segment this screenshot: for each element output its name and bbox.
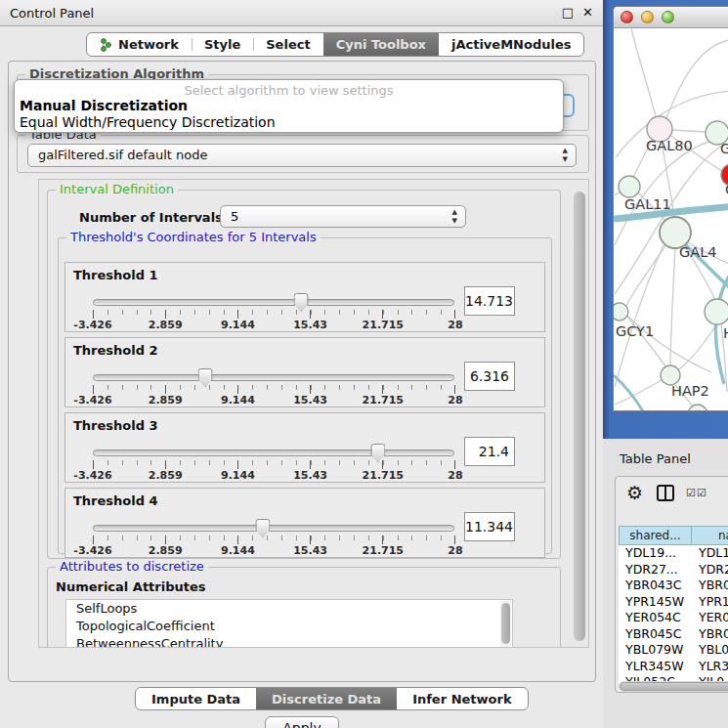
tab-impute-data[interactable]: Impute Data: [136, 688, 256, 709]
table-row[interactable]: YBR045CYBR0: [619, 626, 728, 643]
tick-label: -3.426: [73, 544, 111, 557]
list-item[interactable]: BetweennessCentrality: [66, 635, 512, 648]
table-horizontal-scrollbar[interactable]: [619, 681, 728, 692]
node-hap2[interactable]: [661, 365, 680, 385]
threshold-3-label: Threshold 3: [73, 418, 158, 433]
tick-label: 15.43: [293, 469, 327, 482]
control-panel-titlebar: Control Panel □ ✕: [0, 0, 603, 26]
node-label-gcy1: GCY1: [616, 323, 654, 339]
tick-label: -3.426: [73, 319, 111, 331]
threshold-1-slider[interactable]: [93, 299, 454, 306]
tab-infer-network[interactable]: Infer Network: [397, 688, 527, 709]
network-nodes: [614, 116, 728, 411]
table-data-combobox[interactable]: galFiltered.sif default node ▲▼: [27, 144, 577, 167]
tab-network[interactable]: Network: [87, 33, 192, 56]
tick-label: 2.859: [149, 469, 183, 482]
table-row[interactable]: YER054CYER0: [619, 610, 728, 626]
numerical-attributes-list[interactable]: SelfLoops TopologicalCoefficient Between…: [65, 599, 513, 648]
tab-style[interactable]: Style: [192, 33, 253, 56]
node-gcy1[interactable]: [614, 303, 628, 321]
threshold-2-slider[interactable]: [93, 374, 454, 381]
threshold-3-value-field[interactable]: 21.4: [464, 437, 515, 466]
tab-cyni-toolbox[interactable]: Cyni Toolbox: [323, 33, 439, 56]
tick-label: -3.426: [73, 469, 111, 482]
network-window[interactable]: GAL80 GA GAL11 C GAL4 GCY1 H HAP2: [613, 6, 728, 411]
algorithm-dropdown-popup: Select algorithm to view settings Manual…: [14, 79, 564, 133]
node-label-h: H: [723, 325, 728, 341]
table-row[interactable]: YPR145WYPR1: [619, 594, 728, 611]
cell: YBR0: [691, 578, 728, 594]
numerical-attributes-label: Numerical Attributes: [56, 579, 206, 594]
table-row[interactable]: YLR345WYLR3: [619, 659, 728, 675]
slider-tick-labels: -3.426 2.859 9.144 15.43 21.715 28: [93, 544, 455, 556]
tab-jactivemnodules-label: jActiveMNodules: [451, 37, 572, 52]
node-h[interactable]: [705, 299, 728, 324]
node-bottom[interactable]: [688, 405, 707, 411]
threshold-1-box: Threshold 1 -3.426 2.859 9.144 15.43 21.…: [64, 262, 545, 332]
node-label-hap2: HAP2: [671, 383, 709, 399]
close-traffic-light-icon[interactable]: [621, 11, 633, 23]
tick-label: 28: [448, 544, 462, 557]
network-canvas[interactable]: GAL80 GA GAL11 C GAL4 GCY1 H HAP2: [614, 28, 728, 410]
list-item[interactable]: SelfLoops: [66, 600, 512, 618]
number-of-intervals-value: 5: [231, 209, 238, 224]
threshold-4-value-field[interactable]: 11.344: [464, 512, 515, 541]
cyni-panel: Discretization Algorithm Table Data galF…: [8, 61, 596, 682]
threshold-4-slider[interactable]: [93, 525, 454, 532]
tab-infer-network-label: Infer Network: [412, 692, 511, 707]
cell: YDR27...: [619, 562, 691, 578]
tick-label: 2.859: [149, 319, 183, 331]
tick-label: 15.43: [293, 394, 327, 407]
node-label-gal4: GAL4: [679, 244, 716, 260]
tick-label: 9.144: [221, 394, 255, 407]
list-item[interactable]: TopologicalCoefficient: [66, 618, 512, 635]
menu-item-equal-width-frequency[interactable]: Equal Width/Frequency Discretization: [15, 114, 563, 131]
gear-icon[interactable]: ⚙: [626, 484, 643, 502]
attributes-group-title: Attributes to discretize: [56, 559, 208, 574]
number-of-intervals-label: Number of Intervals: [79, 210, 223, 225]
slider-tick-labels: -3.426 2.859 9.144 15.43 21.715 28: [93, 394, 455, 406]
column-header-shared-name[interactable]: shared...: [619, 526, 692, 545]
list-scrollbar[interactable]: [500, 601, 511, 648]
columns-icon[interactable]: [657, 485, 674, 501]
number-of-intervals-combobox[interactable]: 5 ▲▼: [220, 205, 466, 228]
tick-label: 9.144: [221, 544, 255, 557]
tick-label: 2.859: [149, 394, 183, 407]
table-row[interactable]: YDL19...YDL1: [619, 545, 728, 562]
table-row[interactable]: YDR27...YDR2: [619, 562, 728, 578]
threshold-4-box: Threshold 4 -3.426 2.859 9.144 15.43 21.…: [64, 488, 545, 558]
select-columns-checkboxes-icon[interactable]: ☑☑: [686, 487, 707, 499]
threshold-2-value-field[interactable]: 6.316: [464, 362, 515, 391]
combo-stepper-icon[interactable]: ▲▼: [563, 147, 568, 164]
tick-label: 15.43: [293, 544, 327, 557]
menu-item-manual-discretization[interactable]: Manual Discretization: [15, 98, 563, 114]
node-gal11[interactable]: [619, 176, 640, 197]
tab-select[interactable]: Select: [253, 33, 322, 56]
threshold-3-slider[interactable]: [93, 450, 454, 456]
tab-discretize-data[interactable]: Discretize Data: [256, 688, 397, 709]
close-icon[interactable]: ✕: [582, 5, 593, 20]
cell: YBL0: [691, 642, 728, 659]
minimize-traffic-light-icon[interactable]: [641, 11, 654, 23]
table-panel-title: Table Panel: [620, 451, 691, 466]
panel-scrollbar[interactable]: [573, 184, 586, 643]
threshold-1-value-field[interactable]: 14.713: [464, 286, 515, 316]
table-row[interactable]: YBL079WYBL0: [619, 642, 728, 659]
column-header-name[interactable]: na: [692, 526, 728, 545]
tab-jactivemnodules[interactable]: jActiveMNodules: [439, 33, 584, 56]
apply-button[interactable]: Apply: [265, 716, 339, 728]
combo-stepper-icon[interactable]: ▲▼: [452, 208, 457, 226]
zoom-traffic-light-icon[interactable]: [662, 11, 674, 23]
slider-ticks: [93, 535, 455, 544]
app-screen: Control Panel □ ✕ Network: [0, 0, 728, 728]
table-row[interactable]: YBR043CYBR0: [619, 578, 728, 594]
tab-network-label: Network: [118, 37, 179, 52]
threshold-2-box: Threshold 2 -3.426 2.859 9.144 15.43 21.…: [64, 337, 545, 407]
threshold-2-label: Threshold 2: [73, 343, 158, 358]
tab-impute-data-label: Impute Data: [151, 692, 240, 707]
table-toolbar: ⚙ ☑☑: [616, 477, 728, 508]
slider-ticks: [93, 385, 455, 394]
float-window-icon[interactable]: □: [562, 5, 574, 20]
slider-ticks: [93, 460, 455, 469]
cell: YDR2: [691, 562, 728, 578]
